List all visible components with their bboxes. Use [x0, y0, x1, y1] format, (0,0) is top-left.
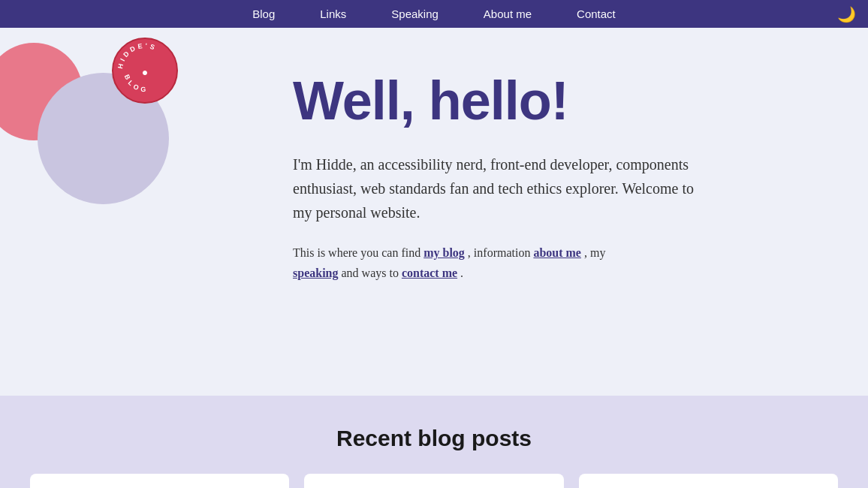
hero-content: Well, hello! I'm Hidde, an accessibility…: [278, 28, 728, 396]
dark-mode-toggle[interactable]: 🌙: [837, 5, 856, 23]
nav-links: Blog Links Speaking About me Contact: [252, 8, 616, 21]
hero-links-paragraph: This is where you can find my blog , inf…: [293, 242, 698, 283]
separator2: , my: [584, 246, 605, 259]
nav-about[interactable]: About me: [484, 8, 532, 20]
svg-text:●: ●: [142, 66, 148, 78]
site-logo[interactable]: HIDDE'S BLOG ●: [111, 37, 179, 107]
nav-contact[interactable]: Contact: [577, 8, 616, 20]
hero-title: Well, hello!: [293, 73, 698, 130]
hero-section: HIDDE'S BLOG ● Well, hello! I'm Hidde, a…: [0, 28, 868, 396]
blog-section: Recent blog posts: [0, 396, 868, 488]
links-prefix: This is where you can find: [293, 246, 420, 259]
hero-intro: I'm Hidde, an accessibility nerd, front-…: [293, 152, 698, 224]
separator3: and ways to: [341, 267, 398, 279]
my-blog-link[interactable]: my blog: [423, 246, 465, 259]
contact-me-link[interactable]: contact me: [402, 267, 457, 279]
separator1: , information: [468, 246, 531, 259]
blog-cards-preview: [0, 474, 868, 488]
nav-speaking[interactable]: Speaking: [391, 8, 439, 20]
period: .: [460, 267, 463, 279]
blog-section-title: Recent blog posts: [0, 426, 868, 451]
nav-blog[interactable]: Blog: [252, 8, 275, 20]
moon-icon: 🌙: [837, 5, 856, 23]
blog-card-2[interactable]: [304, 474, 563, 488]
nav-links-item[interactable]: Links: [320, 8, 346, 20]
blog-card-3[interactable]: [579, 474, 838, 488]
speaking-link[interactable]: speaking: [293, 267, 338, 279]
main-nav: Blog Links Speaking About me Contact 🌙: [0, 0, 868, 28]
blog-card-1[interactable]: [30, 474, 289, 488]
about-me-link[interactable]: about me: [533, 246, 581, 259]
